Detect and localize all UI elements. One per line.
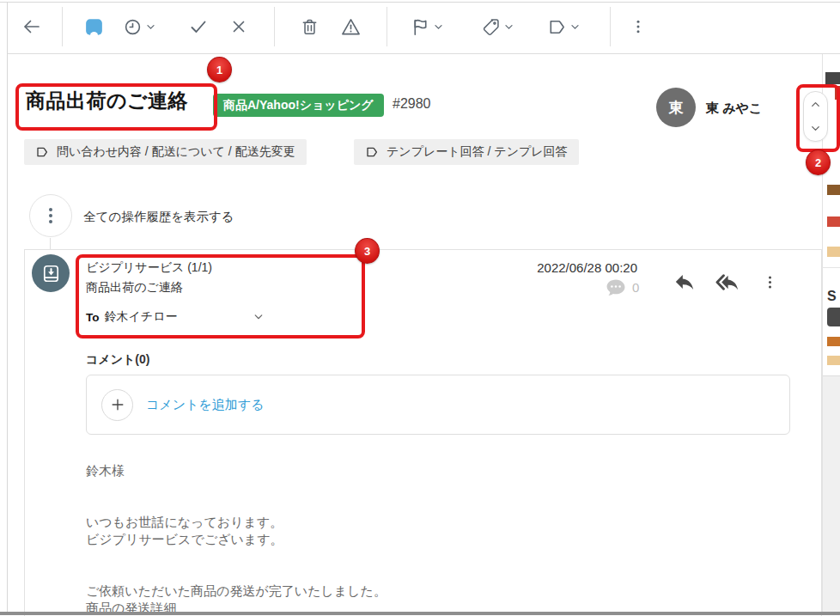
- sidebar-fragment: [825, 72, 840, 84]
- chevron-down-icon: [253, 311, 265, 323]
- tag-chip-label: 問い合わせ内容 / 配送について / 配送先変更: [57, 144, 295, 160]
- ticket-title: 商品出荷のご連絡: [26, 88, 188, 114]
- sidebar-fragment: [827, 247, 840, 257]
- check-icon: [188, 16, 209, 37]
- back-button[interactable]: [13, 8, 51, 46]
- chevron-down-icon: [503, 21, 514, 33]
- toolbar-divider: [387, 7, 387, 46]
- assignee-avatar[interactable]: 東: [656, 88, 696, 127]
- sidebar-fragment: [835, 86, 840, 100]
- clock-icon: [123, 17, 143, 37]
- reply-all-icon: [715, 271, 739, 294]
- sidebar-fragment: [827, 337, 840, 346]
- message-sender: ビジプリサービス (1/1): [86, 260, 212, 276]
- back-arrow-icon: [21, 16, 42, 37]
- more-vertical-icon: [762, 274, 778, 290]
- toolbar-divider: [610, 7, 611, 46]
- message-to-row: To 鈴木イチロー: [86, 309, 265, 325]
- annotation-step-2: 2: [806, 149, 831, 175]
- assignee-initial: 東: [669, 98, 684, 118]
- received-mail-avatar: [32, 254, 70, 292]
- toolbar-divider: [274, 7, 275, 46]
- warning-triangle-icon: [340, 16, 362, 38]
- sidebar-section-divider: [822, 267, 840, 268]
- ticket-pager: [803, 91, 828, 142]
- close-ticket-button[interactable]: [220, 8, 258, 46]
- window-bottom-border: [0, 612, 840, 615]
- reply-icon: [673, 271, 696, 293]
- chevron-down-icon: [569, 21, 581, 33]
- timeline-connector: [50, 238, 51, 250]
- next-ticket-button[interactable]: [809, 118, 822, 140]
- x-icon: [229, 17, 248, 36]
- sidebar-lower-area: [823, 375, 840, 613]
- sidebar-fragment: [827, 356, 840, 365]
- tag-icon: [481, 17, 501, 37]
- tag-chip-label: テンプレート回答 / テンプレ回答: [387, 144, 568, 160]
- history-toggle-button[interactable]: [29, 194, 72, 237]
- message-more-button[interactable]: [754, 266, 785, 297]
- label-d-icon: [35, 145, 49, 159]
- more-menu-button[interactable]: [619, 8, 657, 46]
- add-comment-label: コメントを追加する: [146, 397, 264, 413]
- dot: [49, 220, 52, 223]
- snooze-button[interactable]: [114, 8, 164, 46]
- dot: [49, 214, 52, 217]
- to-label: To: [86, 311, 100, 324]
- ticket-detail-window: 商品出荷のご連絡 商品A/Yahoo!ショッピング #2980 東 東 みやこ …: [0, 0, 840, 616]
- comment-bubble-icon[interactable]: [605, 278, 627, 298]
- sidebar-fragment: [827, 308, 840, 326]
- tag-chip-inquiry[interactable]: 問い合わせ内容 / 配送について / 配送先変更: [24, 139, 307, 165]
- toolbar-separator: [8, 53, 840, 54]
- inbox-icon: [83, 16, 105, 38]
- message-body: 鈴木様 いつもお世話になっております。 ビジプリサービスでございます。 ご依頼い…: [86, 462, 721, 616]
- label-d-icon: [365, 145, 379, 159]
- tag-button[interactable]: [472, 8, 522, 46]
- chevron-up-icon: [809, 98, 822, 111]
- chevron-down-icon: [433, 21, 444, 33]
- annotation-step-3: 3: [355, 238, 380, 264]
- trash-icon: [300, 17, 320, 37]
- inbox-badge: 商品A/Yahoo!ショッピング: [213, 94, 384, 117]
- message-subject: 商品出荷のご連絡: [86, 280, 183, 296]
- reply-button[interactable]: [669, 266, 700, 297]
- more-vertical-icon: [630, 18, 647, 35]
- sidebar-fragment: [827, 185, 840, 195]
- expand-recipients-button[interactable]: [253, 311, 265, 323]
- done-button[interactable]: [180, 8, 217, 46]
- flag-button[interactable]: [402, 8, 452, 46]
- comments-heading: コメント(0): [86, 352, 149, 368]
- comment-count: 0: [632, 280, 639, 295]
- chevron-down-icon: [809, 122, 822, 135]
- plus-icon: [101, 389, 133, 421]
- chevron-down-icon: [145, 21, 156, 33]
- previous-ticket-button[interactable]: [809, 93, 822, 115]
- label-button[interactable]: [539, 8, 588, 46]
- assignee-name: 東 みやこ: [706, 101, 762, 117]
- tag-chip-template[interactable]: テンプレート回答 / テンプレ回答: [354, 139, 579, 165]
- annotation-step-1: 1: [207, 57, 232, 82]
- add-comment-button[interactable]: コメントを追加する: [86, 375, 790, 435]
- label-d-icon: [547, 17, 567, 37]
- inbox-receive-icon: [40, 263, 62, 284]
- flag-icon: [411, 17, 430, 37]
- window-top-border: [0, 2, 840, 3]
- inbox-button[interactable]: [75, 8, 113, 46]
- dot: [49, 208, 52, 211]
- ticket-number: #2980: [393, 96, 431, 112]
- reply-all-button[interactable]: [711, 266, 742, 297]
- toolbar-divider: [62, 7, 63, 46]
- show-all-history-label[interactable]: 全ての操作履歴を表示する: [83, 209, 234, 225]
- to-recipient: 鈴木イチロー: [105, 309, 178, 325]
- spam-button[interactable]: [332, 8, 369, 46]
- message-date: 2022/06/28 00:20: [537, 260, 637, 275]
- sidebar-partial-text: S: [827, 289, 837, 304]
- sidebar-fragment: [827, 217, 840, 227]
- window-left-border: [7, 2, 8, 613]
- trash-button[interactable]: [290, 8, 328, 46]
